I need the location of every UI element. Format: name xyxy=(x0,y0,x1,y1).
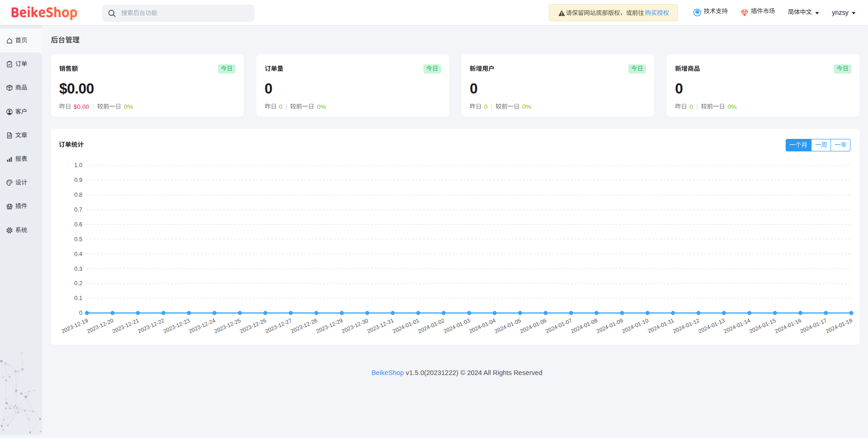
svg-text:0: 0 xyxy=(79,310,82,316)
svg-text:2024-01-13: 2024-01-13 xyxy=(697,317,726,335)
svg-text:2024-01-01: 2024-01-01 xyxy=(391,317,420,335)
svg-text:2023-12-30: 2023-12-30 xyxy=(341,317,369,335)
svg-text:0.8: 0.8 xyxy=(74,192,82,198)
svg-text:2024-01-04: 2024-01-04 xyxy=(468,317,497,335)
svg-text:2023-12-24: 2023-12-24 xyxy=(188,317,217,335)
svg-text:2024-01-09: 2024-01-09 xyxy=(595,317,624,335)
svg-text:2024-01-14: 2024-01-14 xyxy=(723,317,751,335)
svg-text:2024-01-12: 2024-01-12 xyxy=(672,317,701,335)
svg-text:2023-12-25: 2023-12-25 xyxy=(213,317,242,335)
svg-text:0.6: 0.6 xyxy=(74,221,82,228)
svg-text:2023-12-20: 2023-12-20 xyxy=(86,317,115,335)
svg-text:2024-01-11: 2024-01-11 xyxy=(647,317,675,335)
svg-text:0.9: 0.9 xyxy=(74,177,82,183)
svg-text:2024-01-06: 2024-01-06 xyxy=(519,317,548,335)
svg-text:2023-12-23: 2023-12-23 xyxy=(162,317,191,335)
svg-text:2024-01-02: 2024-01-02 xyxy=(417,317,446,335)
svg-text:2023-12-29: 2023-12-29 xyxy=(315,317,344,335)
svg-text:2024-01-03: 2024-01-03 xyxy=(442,317,471,335)
svg-text:1.0: 1.0 xyxy=(74,162,82,169)
svg-text:2024-01-05: 2024-01-05 xyxy=(494,317,522,335)
svg-text:2023-12-19: 2023-12-19 xyxy=(60,317,89,335)
svg-text:0.3: 0.3 xyxy=(74,266,82,272)
svg-text:0.7: 0.7 xyxy=(74,206,82,213)
svg-text:2024-01-15: 2024-01-15 xyxy=(748,317,777,335)
svg-text:2024-01-10: 2024-01-10 xyxy=(621,317,650,335)
svg-text:2024-01-18: 2024-01-18 xyxy=(825,317,853,335)
svg-text:2023-12-26: 2023-12-26 xyxy=(239,317,267,335)
svg-text:0.1: 0.1 xyxy=(74,295,82,301)
svg-text:0.5: 0.5 xyxy=(74,236,82,243)
svg-text:2023-12-31: 2023-12-31 xyxy=(366,317,395,335)
svg-text:0.2: 0.2 xyxy=(74,280,82,287)
svg-text:2023-12-22: 2023-12-22 xyxy=(137,317,166,335)
svg-text:2024-01-16: 2024-01-16 xyxy=(774,317,802,335)
svg-text:0.4: 0.4 xyxy=(74,251,82,257)
svg-text:2023-12-28: 2023-12-28 xyxy=(290,317,318,335)
svg-text:2024-01-17: 2024-01-17 xyxy=(799,317,828,335)
svg-text:2023-12-27: 2023-12-27 xyxy=(264,317,293,335)
svg-text:2024-01-08: 2024-01-08 xyxy=(570,317,599,335)
svg-text:2024-01-07: 2024-01-07 xyxy=(545,317,573,335)
svg-text:2023-12-21: 2023-12-21 xyxy=(112,317,140,335)
